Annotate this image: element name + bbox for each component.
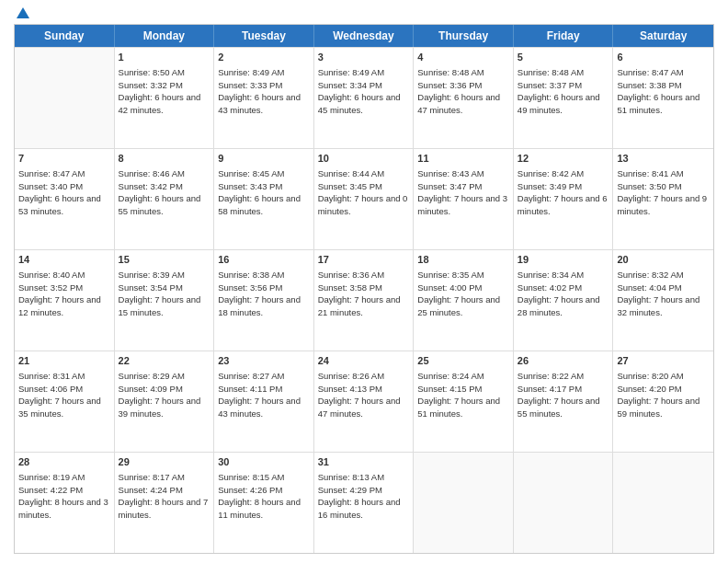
sunset-text: Sunset: 4:00 PM xyxy=(417,282,509,294)
day-cell-25: 25Sunrise: 8:24 AMSunset: 4:15 PMDayligh… xyxy=(414,351,514,452)
sunrise-text: Sunrise: 8:24 AM xyxy=(417,370,509,383)
daylight-text: Daylight: 6 hours and 55 minutes. xyxy=(119,192,210,218)
day-cell-26: 26Sunrise: 8:22 AMSunset: 4:17 PMDayligh… xyxy=(514,351,614,452)
day-number: 14 xyxy=(18,253,110,268)
calendar: SundayMondayTuesdayWednesdayThursdayFrid… xyxy=(14,24,714,554)
sunset-text: Sunset: 4:04 PM xyxy=(617,282,710,294)
day-cell-29: 29Sunrise: 8:17 AMSunset: 4:24 PMDayligh… xyxy=(115,453,215,553)
day-cell-27: 27Sunrise: 8:20 AMSunset: 4:20 PMDayligh… xyxy=(613,351,713,452)
day-cell-9: 9Sunrise: 8:45 AMSunset: 3:43 PMDaylight… xyxy=(214,149,314,249)
day-number: 17 xyxy=(318,253,410,268)
header-day-sunday: Sunday xyxy=(15,25,115,47)
sunset-text: Sunset: 3:54 PM xyxy=(119,282,210,294)
daylight-text: Daylight: 8 hours and 7 minutes. xyxy=(119,496,210,522)
sunrise-text: Sunrise: 8:22 AM xyxy=(518,370,609,383)
sunrise-text: Sunrise: 8:38 AM xyxy=(218,269,310,282)
day-cell-5: 5Sunrise: 8:48 AMSunset: 3:37 PMDaylight… xyxy=(514,48,614,148)
day-cell-20: 20Sunrise: 8:32 AMSunset: 4:04 PMDayligh… xyxy=(613,250,713,350)
sunrise-text: Sunrise: 8:29 AM xyxy=(119,370,210,383)
day-cell-1: 1Sunrise: 8:50 AMSunset: 3:32 PMDaylight… xyxy=(115,48,215,148)
sunset-text: Sunset: 3:52 PM xyxy=(18,282,110,294)
daylight-text: Daylight: 7 hours and 43 minutes. xyxy=(218,395,310,420)
sunrise-text: Sunrise: 8:40 AM xyxy=(18,269,110,282)
daylight-text: Daylight: 7 hours and 55 minutes. xyxy=(518,395,609,420)
empty-cell xyxy=(613,453,713,553)
sunset-text: Sunset: 4:26 PM xyxy=(218,484,310,497)
header xyxy=(14,9,714,18)
daylight-text: Daylight: 7 hours and 28 minutes. xyxy=(518,293,609,319)
sunset-text: Sunset: 3:58 PM xyxy=(318,282,410,294)
calendar-row-5: 28Sunrise: 8:19 AMSunset: 4:22 PMDayligh… xyxy=(15,452,713,553)
day-number: 1 xyxy=(119,51,210,65)
sunset-text: Sunset: 3:33 PM xyxy=(218,79,310,92)
header-day-friday: Friday xyxy=(514,25,614,47)
sunrise-text: Sunrise: 8:47 AM xyxy=(18,167,110,180)
sunrise-text: Sunrise: 8:17 AM xyxy=(119,471,210,484)
calendar-row-3: 14Sunrise: 8:40 AMSunset: 3:52 PMDayligh… xyxy=(15,249,713,350)
daylight-text: Daylight: 7 hours and 39 minutes. xyxy=(119,395,210,420)
day-number: 20 xyxy=(617,253,710,268)
sunrise-text: Sunrise: 8:35 AM xyxy=(417,269,509,282)
calendar-row-2: 7Sunrise: 8:47 AMSunset: 3:40 PMDaylight… xyxy=(15,148,713,249)
day-cell-16: 16Sunrise: 8:38 AMSunset: 3:56 PMDayligh… xyxy=(214,250,314,350)
sunrise-text: Sunrise: 8:50 AM xyxy=(119,66,210,79)
header-day-thursday: Thursday xyxy=(414,25,514,47)
sunset-text: Sunset: 4:06 PM xyxy=(18,383,110,396)
sunset-text: Sunset: 4:09 PM xyxy=(119,383,210,396)
sunset-text: Sunset: 3:56 PM xyxy=(218,282,310,294)
daylight-text: Daylight: 7 hours and 3 minutes. xyxy=(417,192,509,218)
sunset-text: Sunset: 3:49 PM xyxy=(518,180,609,193)
sunrise-text: Sunrise: 8:49 AM xyxy=(318,66,410,79)
calendar-page: SundayMondayTuesdayWednesdayThursdayFrid… xyxy=(0,0,728,563)
daylight-text: Daylight: 8 hours and 11 minutes. xyxy=(218,496,310,522)
day-number: 23 xyxy=(218,354,310,369)
svg-marker-0 xyxy=(17,7,29,18)
daylight-text: Daylight: 7 hours and 0 minutes. xyxy=(318,192,410,218)
day-number: 4 xyxy=(417,51,509,65)
day-number: 5 xyxy=(518,51,609,65)
day-number: 24 xyxy=(318,354,410,369)
daylight-text: Daylight: 6 hours and 58 minutes. xyxy=(218,192,310,218)
daylight-text: Daylight: 7 hours and 15 minutes. xyxy=(119,293,210,319)
day-cell-14: 14Sunrise: 8:40 AMSunset: 3:52 PMDayligh… xyxy=(15,250,115,350)
day-cell-2: 2Sunrise: 8:49 AMSunset: 3:33 PMDaylight… xyxy=(214,48,314,148)
sunset-text: Sunset: 3:47 PM xyxy=(417,180,509,193)
calendar-header: SundayMondayTuesdayWednesdayThursdayFrid… xyxy=(15,25,713,47)
day-cell-7: 7Sunrise: 8:47 AMSunset: 3:40 PMDaylight… xyxy=(15,149,115,249)
day-number: 3 xyxy=(318,51,410,65)
daylight-text: Daylight: 7 hours and 59 minutes. xyxy=(617,395,710,420)
daylight-text: Daylight: 7 hours and 51 minutes. xyxy=(417,395,509,420)
sunrise-text: Sunrise: 8:19 AM xyxy=(18,471,110,484)
day-cell-18: 18Sunrise: 8:35 AMSunset: 4:00 PMDayligh… xyxy=(414,250,514,350)
sunrise-text: Sunrise: 8:36 AM xyxy=(318,269,410,282)
day-number: 16 xyxy=(218,253,310,268)
day-number: 9 xyxy=(218,152,310,167)
sunset-text: Sunset: 3:50 PM xyxy=(617,180,710,193)
day-cell-19: 19Sunrise: 8:34 AMSunset: 4:02 PMDayligh… xyxy=(514,250,614,350)
daylight-text: Daylight: 7 hours and 9 minutes. xyxy=(617,192,710,218)
day-cell-28: 28Sunrise: 8:19 AMSunset: 4:22 PMDayligh… xyxy=(15,453,115,553)
sunset-text: Sunset: 3:36 PM xyxy=(417,79,509,92)
sunset-text: Sunset: 3:42 PM xyxy=(119,180,210,193)
header-day-monday: Monday xyxy=(115,25,215,47)
day-cell-3: 3Sunrise: 8:49 AMSunset: 3:34 PMDaylight… xyxy=(314,48,415,148)
calendar-body: 1Sunrise: 8:50 AMSunset: 3:32 PMDaylight… xyxy=(15,47,713,553)
sunset-text: Sunset: 4:24 PM xyxy=(119,484,210,497)
day-number: 28 xyxy=(18,455,110,470)
sunrise-text: Sunrise: 8:42 AM xyxy=(518,167,609,180)
day-number: 13 xyxy=(617,152,710,167)
sunrise-text: Sunrise: 8:48 AM xyxy=(417,66,509,79)
header-day-saturday: Saturday xyxy=(613,25,713,47)
day-cell-13: 13Sunrise: 8:41 AMSunset: 3:50 PMDayligh… xyxy=(613,149,713,249)
day-cell-10: 10Sunrise: 8:44 AMSunset: 3:45 PMDayligh… xyxy=(314,149,415,249)
sunrise-text: Sunrise: 8:41 AM xyxy=(617,167,710,180)
day-cell-22: 22Sunrise: 8:29 AMSunset: 4:09 PMDayligh… xyxy=(115,351,215,452)
day-number: 6 xyxy=(617,51,710,65)
sunset-text: Sunset: 4:29 PM xyxy=(318,484,410,497)
daylight-text: Daylight: 7 hours and 47 minutes. xyxy=(318,395,410,420)
daylight-text: Daylight: 7 hours and 32 minutes. xyxy=(617,293,710,319)
sunset-text: Sunset: 4:15 PM xyxy=(417,383,509,396)
header-day-wednesday: Wednesday xyxy=(314,25,415,47)
day-cell-8: 8Sunrise: 8:46 AMSunset: 3:42 PMDaylight… xyxy=(115,149,215,249)
day-cell-30: 30Sunrise: 8:15 AMSunset: 4:26 PMDayligh… xyxy=(214,453,314,553)
